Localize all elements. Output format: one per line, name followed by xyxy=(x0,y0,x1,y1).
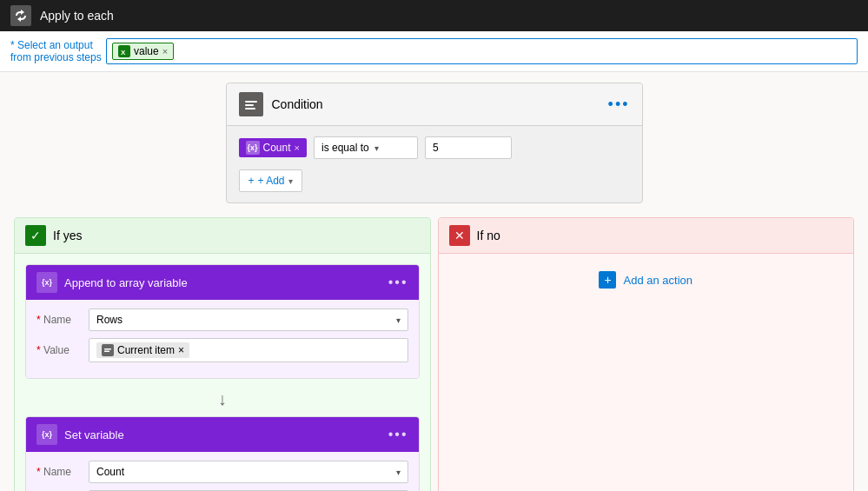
branch-no-label: If no xyxy=(477,229,500,242)
svg-rect-2 xyxy=(245,104,254,106)
value-tag-text: value xyxy=(134,45,159,57)
add-action-button[interactable]: + Add an action xyxy=(439,254,854,306)
set-variable-body: Name Count ▾ Value xyxy=(26,452,419,491)
condition-more-menu[interactable]: ••• xyxy=(608,96,630,114)
chevron-down-icon: ▾ xyxy=(374,143,379,153)
select-output-bar: * Select an output from previous steps X… xyxy=(0,31,868,72)
append-action-body: Name Rows ▾ Value xyxy=(26,300,419,378)
append-action-title: Append to array variable xyxy=(64,276,381,289)
append-action-header: {x} Append to array variable ••• xyxy=(26,265,419,300)
main-content: Condition ••• {x} Count × is equal to ▾ xyxy=(0,72,868,491)
count-tag-remove[interactable]: × xyxy=(295,143,300,153)
append-name-row: Name Rows ▾ xyxy=(36,309,408,331)
svg-text:X: X xyxy=(121,49,126,56)
branch-no: ✕ If no + Add an action xyxy=(438,217,855,491)
set-variable-header: {x} Set variable ••• xyxy=(26,417,419,452)
variable-icon: {x} xyxy=(36,272,57,293)
arrow-down: ↓ xyxy=(25,382,420,416)
branch-yes-label: If yes xyxy=(53,229,82,242)
branch-no-header: ✕ If no xyxy=(439,218,854,254)
checkmark-icon: ✓ xyxy=(25,225,46,246)
operator-select[interactable]: is equal to ▾ xyxy=(314,136,418,159)
set-name-label: Name xyxy=(36,466,89,478)
condition-title: Condition xyxy=(272,97,608,111)
loop-icon xyxy=(10,5,31,26)
output-tag-input[interactable]: X value × xyxy=(106,38,858,64)
svg-rect-5 xyxy=(104,351,109,353)
append-name-value: Rows xyxy=(96,314,123,326)
append-value-input[interactable]: Current item × xyxy=(89,338,408,362)
append-value-row: Value Current item xyxy=(36,338,408,362)
condition-wrapper: Condition ••• {x} Count × is equal to ▾ xyxy=(14,83,854,203)
branch-yes-content: {x} Append to array variable ••• Name Ro… xyxy=(15,254,430,491)
current-item-tag: Current item × xyxy=(96,342,189,358)
append-name-select[interactable]: Rows ▾ xyxy=(89,309,408,331)
add-button[interactable]: + + Add ▾ xyxy=(239,169,302,192)
set-variable-more[interactable]: ••• xyxy=(388,427,408,442)
expression-icon: {x} xyxy=(246,141,260,155)
count-tag: {x} Count × xyxy=(239,138,307,157)
x-icon: ✕ xyxy=(449,225,470,246)
append-value-label: Value xyxy=(36,344,89,356)
current-item-remove[interactable]: × xyxy=(178,344,184,356)
append-name-label: Name xyxy=(36,314,89,326)
current-item-icon xyxy=(102,344,114,356)
count-tag-text: Count xyxy=(263,142,291,154)
down-arrow-icon: ↓ xyxy=(218,389,227,409)
set-variable-title: Set variable xyxy=(64,428,381,441)
operator-text: is equal to xyxy=(321,142,369,154)
condition-body: {x} Count × is equal to ▾ + + Add xyxy=(227,126,642,202)
condition-value-input[interactable] xyxy=(425,136,512,159)
condition-block: Condition ••• {x} Count × is equal to ▾ xyxy=(226,83,643,203)
add-condition-btn[interactable]: + + Add ▾ xyxy=(239,169,630,192)
excel-icon: X xyxy=(118,45,130,57)
add-action-label: Add an action xyxy=(623,274,692,287)
current-item-text: Current item xyxy=(117,344,175,356)
add-icon: + xyxy=(599,271,616,289)
set-variable-block: {x} Set variable ••• Name Count ▾ xyxy=(25,416,420,491)
condition-row: {x} Count × is equal to ▾ xyxy=(239,136,630,159)
plus-icon: + xyxy=(248,175,255,187)
header-title: Apply to each xyxy=(40,9,114,23)
set-name-row: Name Count ▾ xyxy=(36,461,408,483)
svg-rect-3 xyxy=(245,108,255,109)
condition-header: Condition ••• xyxy=(227,83,642,126)
chevron-down-icon: ▾ xyxy=(396,468,401,477)
chevron-down-icon: ▾ xyxy=(288,176,293,186)
condition-icon xyxy=(239,92,263,116)
branches-container: ✓ If yes {x} Append to array variable ••… xyxy=(14,217,854,491)
value-tag: X value × xyxy=(112,43,174,60)
set-name-value: Count xyxy=(96,466,124,478)
chevron-down-icon: ▾ xyxy=(396,315,401,325)
set-name-select[interactable]: Count ▾ xyxy=(89,461,408,483)
variable-icon: {x} xyxy=(36,424,57,445)
branch-yes-header: ✓ If yes xyxy=(15,218,430,254)
apply-to-each-header: Apply to each xyxy=(0,0,868,31)
value-tag-remove[interactable]: × xyxy=(162,46,168,56)
branch-yes: ✓ If yes {x} Append to array variable ••… xyxy=(14,217,431,491)
add-label: + Add xyxy=(258,175,285,187)
select-output-label: * Select an output from previous steps xyxy=(10,39,106,63)
svg-rect-1 xyxy=(245,101,257,103)
append-action-more[interactable]: ••• xyxy=(388,275,408,290)
append-action-block: {x} Append to array variable ••• Name Ro… xyxy=(25,264,420,379)
svg-rect-4 xyxy=(104,348,111,350)
